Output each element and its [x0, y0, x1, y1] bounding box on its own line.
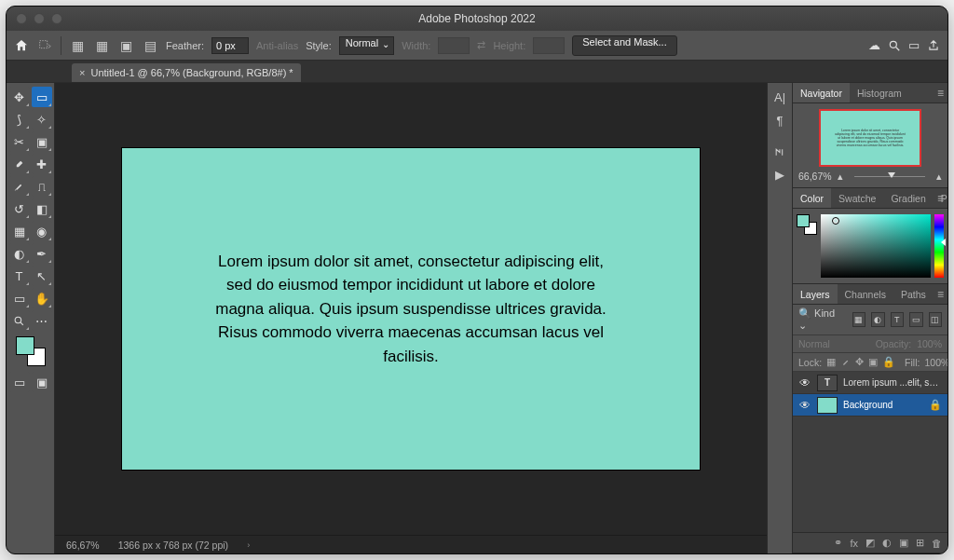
lock-image-icon[interactable]: [840, 357, 851, 367]
status-chevron-icon[interactable]: ›: [247, 540, 250, 550]
navigator-zoom[interactable]: 66,67%: [798, 171, 832, 182]
crop-tool[interactable]: ✂: [9, 131, 30, 152]
play-panel-icon[interactable]: ▶: [775, 168, 784, 182]
select-and-mask-button[interactable]: Select and Mask...: [572, 35, 677, 56]
eraser-tool[interactable]: ◧: [32, 198, 52, 219]
eyedropper-tool[interactable]: [9, 154, 30, 174]
screenmode-icon[interactable]: ▣: [32, 372, 52, 392]
workspace-icon[interactable]: ▭: [908, 38, 920, 52]
zoom-tool[interactable]: [9, 310, 30, 331]
paragraph-panel-icon[interactable]: ¶: [777, 114, 784, 128]
close-tab-icon[interactable]: ×: [79, 67, 85, 78]
lock-trans-icon[interactable]: ▦: [826, 356, 836, 368]
minimize-window[interactable]: [34, 13, 45, 24]
panel-menu-icon[interactable]: ≡: [937, 288, 944, 301]
healing-tool[interactable]: ✚: [32, 154, 52, 174]
layer-mask-icon[interactable]: ◩: [865, 537, 875, 549]
lasso-tool[interactable]: ⟆: [9, 109, 30, 130]
quickmask-icon[interactable]: ▭: [9, 372, 30, 392]
link-layers-icon[interactable]: ⚭: [834, 537, 842, 549]
edit-toolbar[interactable]: ⋯: [32, 310, 52, 331]
layer-filter-kind[interactable]: 🔍 Kind ⌄: [798, 307, 841, 332]
gradient-tool[interactable]: ▦: [9, 221, 30, 241]
layer-row[interactable]: 👁 T Lorem ipsum ...elit, sed do: [793, 372, 947, 394]
wand-tool[interactable]: ✧: [32, 109, 52, 130]
filter-pixel-icon[interactable]: ▦: [852, 312, 865, 327]
canvas-area[interactable]: Lorem ipsum dolor sit amet, consectetur …: [55, 83, 767, 535]
dodge-tool[interactable]: ◐: [9, 243, 30, 264]
search-icon[interactable]: [888, 39, 901, 52]
new-layer-icon[interactable]: ⊞: [916, 537, 924, 549]
zoom-window[interactable]: [51, 13, 62, 24]
zoom-in-icon[interactable]: ▴: [936, 171, 942, 182]
frame-tool[interactable]: ▣: [32, 131, 52, 152]
blend-mode-dropdown[interactable]: Normal: [798, 338, 830, 349]
group-icon[interactable]: ▣: [899, 537, 908, 549]
fill-value[interactable]: 100%: [924, 357, 948, 368]
marquee-tool[interactable]: ▭: [32, 87, 52, 107]
tab-layers[interactable]: Layers: [793, 284, 838, 304]
lock-all-icon[interactable]: 🔒: [882, 356, 895, 368]
cloud-icon[interactable]: ☁: [868, 38, 880, 52]
lock-icon[interactable]: 🔒: [929, 399, 942, 411]
color-swatches[interactable]: [16, 336, 46, 366]
mini-swatches[interactable]: [797, 214, 817, 235]
tab-gradients[interactable]: Gradien: [883, 188, 933, 208]
home-icon[interactable]: [14, 38, 29, 53]
visibility-icon[interactable]: 👁: [798, 399, 811, 412]
layer-fx-icon[interactable]: fx: [850, 538, 858, 549]
filter-type-icon[interactable]: T: [891, 312, 904, 327]
foreground-color-swatch[interactable]: [16, 336, 34, 355]
status-zoom[interactable]: 66,67%: [66, 540, 100, 551]
history-brush-tool[interactable]: ↺: [9, 198, 30, 219]
close-window[interactable]: [16, 13, 27, 24]
layer-name[interactable]: Background: [843, 400, 923, 410]
document-tab[interactable]: × Untitled-1 @ 66,7% (Background, RGB/8#…: [72, 63, 301, 82]
move-tool[interactable]: ✥: [9, 87, 30, 107]
hue-strip[interactable]: [934, 214, 944, 278]
panel-menu-icon[interactable]: ≡: [937, 87, 944, 100]
stamp-tool[interactable]: ⎍: [32, 176, 52, 197]
tab-navigator[interactable]: Navigator: [793, 83, 850, 102]
tool-preset-icon[interactable]: [36, 37, 53, 54]
adjustment-layer-icon[interactable]: ◐: [882, 537, 892, 549]
layer-thumb: [817, 397, 838, 414]
layer-name[interactable]: Lorem ipsum ...elit, sed do: [843, 377, 942, 388]
tab-paths[interactable]: Paths: [893, 284, 934, 304]
feather-input[interactable]: [211, 37, 249, 54]
navigator-thumbnail[interactable]: Lorem ipsum dolor sit amet, consectetur …: [819, 109, 921, 167]
add-selection-icon[interactable]: ▦: [93, 37, 110, 54]
glyphs-panel-icon[interactable]: [774, 146, 786, 158]
pen-tool[interactable]: ✒: [32, 243, 52, 264]
type-tool[interactable]: T: [9, 266, 30, 286]
tab-swatches[interactable]: Swatche: [831, 188, 883, 208]
tab-channels[interactable]: Channels: [838, 284, 893, 304]
delete-layer-icon[interactable]: 🗑: [932, 538, 942, 549]
path-select-tool[interactable]: ↖: [32, 266, 52, 286]
intersect-selection-icon[interactable]: ▤: [142, 37, 158, 54]
hand-tool[interactable]: ✋: [32, 288, 52, 308]
subtract-selection-icon[interactable]: ▣: [117, 37, 134, 54]
new-selection-icon[interactable]: ▦: [69, 37, 86, 54]
lock-pos-icon[interactable]: ✥: [855, 356, 864, 368]
blur-tool[interactable]: ◉: [32, 221, 52, 241]
status-docinfo[interactable]: 1366 px x 768 px (72 ppi): [118, 540, 229, 551]
brush-tool[interactable]: [9, 176, 30, 197]
navigator-zoom-slider[interactable]: [849, 171, 931, 181]
filter-shape-icon[interactable]: ▭: [909, 312, 922, 327]
artboard[interactable]: Lorem ipsum dolor sit amet, consectetur …: [122, 148, 700, 470]
character-panel-icon[interactable]: A|: [774, 90, 785, 104]
style-dropdown[interactable]: Normal: [339, 36, 394, 55]
tab-color[interactable]: Color: [793, 188, 831, 208]
tab-histogram[interactable]: Histogram: [850, 83, 909, 102]
zoom-out-icon[interactable]: ▴: [838, 171, 843, 182]
filter-smart-icon[interactable]: ◫: [929, 312, 942, 327]
shape-tool[interactable]: ▭: [9, 288, 30, 308]
visibility-icon[interactable]: 👁: [798, 376, 811, 389]
opacity-value[interactable]: 100%: [917, 338, 942, 349]
panel-menu-icon[interactable]: ≡: [937, 192, 944, 205]
share-icon[interactable]: [927, 39, 940, 52]
lock-nest-icon[interactable]: ▣: [868, 356, 878, 368]
layer-row[interactable]: 👁 Background 🔒: [793, 394, 947, 417]
filter-adjust-icon[interactable]: ◐: [871, 312, 884, 327]
